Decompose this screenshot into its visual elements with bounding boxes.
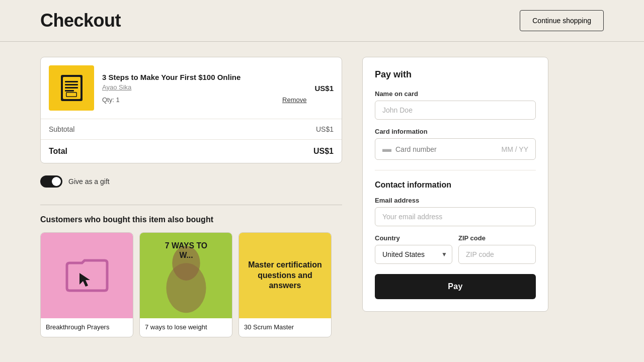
total-value: US$1 bbox=[313, 147, 334, 156]
card-info-label: Card information bbox=[375, 128, 536, 135]
gift-toggle[interactable] bbox=[40, 175, 62, 188]
main-content: 3 Steps to Make Your First $100 Online A… bbox=[0, 57, 644, 357]
country-select[interactable]: United States United Kingdom Canada Aust… bbox=[375, 245, 452, 264]
svg-rect-2 bbox=[65, 81, 78, 82]
name-on-card-label: Name on card bbox=[375, 90, 536, 98]
rec-card-3[interactable]: Master certification questions and answe… bbox=[238, 232, 332, 337]
rec-card-2-thumbnail: 7 WAYS TO W... bbox=[140, 233, 232, 318]
email-input[interactable] bbox=[375, 207, 536, 226]
page-title: Checkout bbox=[40, 10, 121, 31]
country-select-wrap: United States United Kingdom Canada Aust… bbox=[375, 245, 452, 264]
recommendations-list: Breakthrough Prayers bbox=[40, 232, 342, 337]
rec-card-1-label: Breakthrough Prayers bbox=[41, 318, 133, 337]
rec-card-1[interactable]: Breakthrough Prayers bbox=[40, 232, 133, 337]
rec-card-2-label: 7 ways to lose weight bbox=[140, 318, 232, 337]
country-label: Country bbox=[375, 234, 452, 242]
rec-card-3-cover-text: Master certification questions and answe… bbox=[244, 260, 326, 291]
cart-total-row: Total US$1 bbox=[41, 140, 342, 163]
svg-rect-5 bbox=[65, 90, 74, 92]
zip-input[interactable] bbox=[458, 245, 536, 264]
cart-item-remove-button[interactable]: Remove bbox=[282, 96, 306, 104]
header-divider bbox=[0, 41, 644, 42]
cart-card: 3 Steps to Make Your First $100 Online A… bbox=[40, 57, 342, 163]
rec-card-3-thumbnail: Master certification questions and answe… bbox=[239, 233, 331, 318]
name-on-card-input[interactable] bbox=[375, 101, 536, 120]
pay-button[interactable]: Pay bbox=[375, 274, 536, 299]
contact-info-label: Contact information bbox=[375, 178, 536, 190]
pay-with-title: Pay with bbox=[375, 69, 536, 80]
rec-card-1-thumbnail bbox=[41, 233, 133, 318]
cart-item-qty: Qty: 1 bbox=[102, 96, 120, 104]
cart-item-author[interactable]: Ayao Sika bbox=[102, 83, 306, 91]
continue-shopping-button[interactable]: Continue shopping bbox=[520, 10, 604, 31]
country-zip-row: Country United States United Kingdom Can… bbox=[375, 234, 536, 264]
country-group: Country United States United Kingdom Can… bbox=[375, 234, 452, 264]
rec-card-2[interactable]: 7 WAYS TO W... 7 ways to lose weight bbox=[139, 232, 232, 337]
cart-item-title: 3 Steps to Make Your First $100 Online bbox=[102, 73, 306, 81]
card-number-input[interactable] bbox=[395, 145, 498, 153]
card-expiry-placeholder: MM / YY bbox=[502, 145, 528, 153]
cart-item-row: 3 Steps to Make Your First $100 Online A… bbox=[41, 57, 342, 119]
gift-label: Give as a gift bbox=[68, 177, 110, 186]
cart-subtotal-row: Subtotal US$1 bbox=[41, 119, 342, 140]
pay-card: Pay with Name on card Card information ▬… bbox=[362, 57, 548, 312]
cart-item-qty-row: Qty: 1 Remove bbox=[102, 96, 306, 104]
svg-rect-7 bbox=[66, 93, 76, 97]
right-column: Pay with Name on card Card information ▬… bbox=[362, 57, 548, 312]
contact-divider bbox=[375, 170, 536, 170]
left-column: 3 Steps to Make Your First $100 Online A… bbox=[40, 57, 342, 337]
svg-text:W...: W... bbox=[179, 251, 193, 259]
photo-icon: 7 WAYS TO W... bbox=[140, 233, 232, 318]
cart-item-details: 3 Steps to Make Your First $100 Online A… bbox=[102, 73, 306, 104]
svg-text:7 WAYS TO: 7 WAYS TO bbox=[165, 241, 207, 250]
cart-item-thumbnail bbox=[49, 65, 94, 111]
svg-rect-3 bbox=[65, 84, 78, 85]
email-label: Email address bbox=[375, 197, 536, 204]
rec-card-3-label: 30 Scrum Master bbox=[239, 318, 331, 337]
subtotal-value: US$1 bbox=[316, 125, 334, 133]
gift-row: Give as a gift bbox=[40, 173, 342, 190]
recommendations-divider bbox=[40, 205, 342, 205]
cart-item-price: US$1 bbox=[314, 84, 334, 93]
header: Checkout Continue shopping bbox=[0, 0, 644, 41]
zip-group: ZIP code bbox=[458, 234, 536, 264]
folder-icon bbox=[62, 250, 112, 301]
card-info-row: ▬ MM / YY bbox=[375, 138, 536, 160]
recommendations-section: Customers who bought this item also boug… bbox=[40, 215, 342, 337]
total-label: Total bbox=[49, 147, 67, 156]
svg-rect-4 bbox=[65, 87, 78, 88]
zip-label: ZIP code bbox=[458, 234, 536, 242]
book-icon bbox=[58, 73, 86, 103]
svg-marker-8 bbox=[79, 273, 90, 287]
svg-point-10 bbox=[166, 263, 206, 313]
subtotal-label: Subtotal bbox=[49, 125, 74, 133]
recommendations-title: Customers who bought this item also boug… bbox=[40, 215, 342, 224]
card-chip-icon: ▬ bbox=[382, 144, 391, 154]
